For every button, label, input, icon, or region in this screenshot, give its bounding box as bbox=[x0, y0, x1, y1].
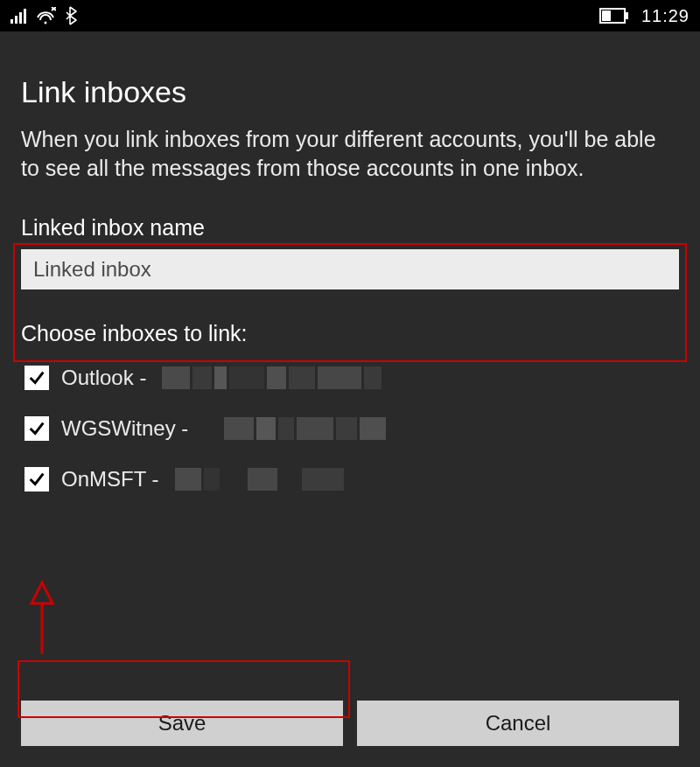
checkbox-outlook[interactable] bbox=[24, 366, 49, 390]
inbox-row: OnMSFT - bbox=[21, 467, 679, 492]
inbox-row: WGSWitney - bbox=[21, 416, 679, 441]
status-bar: 11:29 bbox=[0, 0, 700, 31]
battery-icon bbox=[599, 8, 629, 24]
cellular-signal-icon bbox=[10, 8, 26, 24]
inbox-row: Outlook - bbox=[21, 366, 679, 390]
page-title: Link inboxes bbox=[21, 75, 679, 109]
wifi-icon bbox=[35, 7, 56, 24]
inbox-label: WGSWitney - bbox=[61, 416, 188, 441]
checkbox-onmsft[interactable] bbox=[24, 467, 49, 492]
svg-rect-4 bbox=[602, 10, 611, 21]
redacted-text bbox=[162, 366, 382, 389]
choose-label: Choose inboxes to link: bbox=[21, 321, 679, 346]
save-button[interactable]: Save bbox=[21, 701, 343, 746]
redacted-text bbox=[204, 417, 386, 440]
linked-name-input[interactable] bbox=[21, 249, 679, 289]
inbox-label: OnMSFT - bbox=[61, 467, 159, 492]
inbox-label: Outlook - bbox=[61, 366, 146, 390]
redacted-text bbox=[175, 468, 344, 491]
clock: 11:29 bbox=[641, 6, 690, 26]
bluetooth-icon bbox=[65, 6, 77, 25]
svg-rect-5 bbox=[626, 12, 628, 19]
svg-point-0 bbox=[45, 22, 47, 24]
checkbox-wgswitney[interactable] bbox=[24, 416, 49, 441]
linked-name-label: Linked inbox name bbox=[21, 215, 679, 241]
cancel-button[interactable]: Cancel bbox=[357, 701, 679, 746]
page-description: When you link inboxes from your differen… bbox=[21, 125, 679, 182]
